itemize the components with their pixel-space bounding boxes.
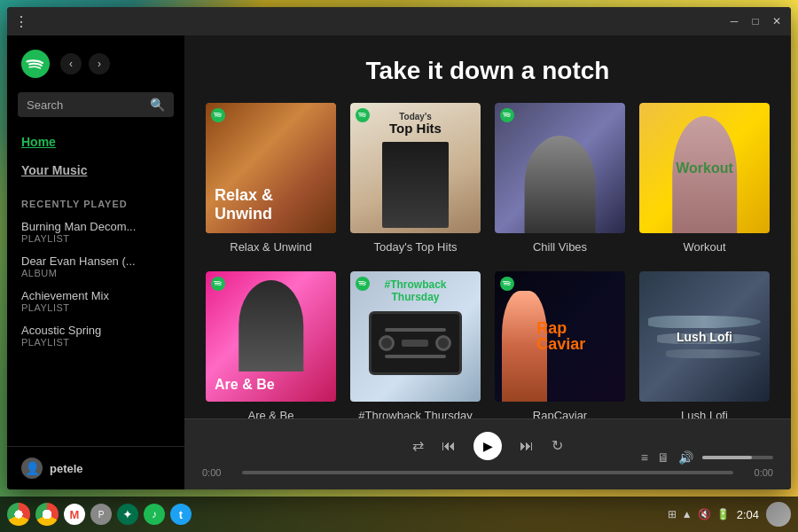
playlist-name: Dear Evan Hansen (...: [21, 254, 170, 268]
taskbar-starbucks-icon[interactable]: ✦: [117, 504, 138, 525]
card-workout[interactable]: Workout ▶ Workout: [639, 103, 770, 254]
card-relax-unwind[interactable]: Relax &Unwind ▶ Relax & Unwind: [206, 103, 336, 254]
queue-icon[interactable]: ≡: [641, 450, 648, 465]
card-image-chill: ▶: [495, 103, 625, 233]
time-current: 0:00: [202, 467, 233, 478]
username: petele: [50, 462, 83, 475]
player-bar: ⇄ ⏮ ▶ ⏭ ↻ 0:00 0:00 ≡ 🖥 🔊: [184, 419, 791, 489]
previous-button[interactable]: ⏮: [442, 438, 456, 454]
playlist-type: PLAYLIST: [21, 233, 170, 244]
card-are-be[interactable]: Are & Be ▶ Are & Be: [206, 271, 336, 419]
close-button[interactable]: ✕: [770, 14, 784, 28]
svg-point-2: [356, 108, 370, 122]
taskbar-twitter-icon[interactable]: t: [170, 504, 192, 525]
taskbar-spotify-icon[interactable]: ♪: [144, 504, 165, 525]
maximize-button[interactable]: □: [748, 14, 763, 28]
cards-grid-row1: Relax &Unwind ▶ Relax & Unwind: [184, 103, 791, 271]
play-button[interactable]: ▶: [398, 151, 434, 186]
sidebar-nav: Home Your Music: [7, 124, 184, 188]
sidebar-item-home[interactable]: Home: [7, 128, 184, 156]
playlist-name: Acoustic Spring: [21, 324, 170, 337]
sidebar-item-your-music[interactable]: Your Music: [7, 156, 184, 184]
spotify-badge-icon: [500, 108, 514, 122]
window-titlebar: ⋮ ─ □ ✕: [7, 7, 791, 35]
play-pause-button[interactable]: ▶: [473, 432, 502, 460]
search-input[interactable]: [27, 98, 143, 112]
search-box[interactable]: 🔍: [18, 92, 174, 117]
card-image-workout: Workout ▶: [639, 103, 770, 233]
spotify-badge-icon: [211, 108, 225, 122]
app-window: ⋮ ─ □ ✕ ‹ › 🔍: [7, 7, 791, 489]
user-photo-icon[interactable]: [766, 502, 791, 527]
taskbar-left: M P ✦ ♪ t: [7, 503, 192, 526]
time-total: 0:00: [742, 467, 773, 478]
card-top-hits[interactable]: Today's Top Hits ▶ Today's Top Hits: [350, 103, 481, 254]
rapcaviar-text: RapCaviar: [536, 321, 585, 351]
recently-played-list: Burning Man Decom... PLAYLIST Dear Evan …: [7, 215, 184, 446]
card-label: #Throwback Thursday: [350, 409, 481, 419]
user-avatar-icon: 👤: [21, 458, 43, 479]
card-rapcaviar[interactable]: RapCaviar ▶ RapCaviar: [495, 271, 625, 419]
list-item[interactable]: Burning Man Decom... PLAYLIST: [7, 215, 184, 249]
card-label: Workout: [639, 240, 770, 254]
next-button[interactable]: ⏭: [520, 438, 534, 454]
spotify-badge-icon: [356, 277, 370, 291]
card-throwback[interactable]: #ThrowbackThursday: [350, 271, 481, 419]
network-icon[interactable]: ⊞: [668, 508, 677, 520]
card-image-lushlofi: Lush Lofi ▶: [639, 271, 770, 402]
list-item[interactable]: Dear Evan Hansen (... ALBUM: [7, 249, 184, 284]
sidebar: ‹ › 🔍 Home Your Music RECENTLY PLAYED Bu…: [7, 35, 184, 489]
taskbar-pixelbook-icon[interactable]: P: [90, 504, 112, 525]
forward-button[interactable]: ›: [89, 53, 110, 74]
minimize-button[interactable]: ─: [727, 14, 741, 28]
svg-point-6: [500, 277, 514, 291]
taskbar: M P ✦ ♪ t ⊞ ▲ 🔇 🔋 2:04: [0, 497, 798, 532]
card-lush-lofi[interactable]: Lush Lofi ▶ Lush Lofi: [639, 271, 770, 419]
volume-icon[interactable]: 🔊: [678, 450, 693, 465]
card-label: Chill Vibes: [495, 240, 625, 254]
spotify-logo-icon: [21, 50, 50, 78]
repeat-button[interactable]: ↻: [552, 437, 563, 454]
clock: 2:04: [737, 508, 759, 521]
play-button[interactable]: ▶: [398, 319, 434, 355]
nav-arrows: ‹ ›: [60, 53, 110, 74]
back-button[interactable]: ‹: [60, 53, 82, 74]
taskbar-chrome-icon[interactable]: [35, 503, 59, 526]
devices-icon[interactable]: 🖥: [657, 450, 669, 465]
recently-played-section-title: RECENTLY PLAYED: [7, 188, 184, 215]
list-item[interactable]: Achievement Mix PLAYLIST: [7, 284, 184, 318]
playlist-name: Burning Man Decom...: [21, 220, 170, 233]
play-button[interactable]: ▶: [254, 319, 289, 355]
card-label: Are & Be: [206, 409, 336, 419]
svg-point-5: [356, 277, 370, 291]
volume-fill: [702, 456, 752, 459]
taskbar-right: ⊞ ▲ 🔇 🔋 2:04: [668, 502, 791, 527]
card-label: RapCaviar: [495, 409, 625, 419]
play-button[interactable]: ▶: [543, 151, 578, 186]
workout-text: Workout: [669, 153, 740, 184]
shuffle-button[interactable]: ⇄: [412, 437, 424, 454]
arebe-text: Are & Be: [215, 377, 275, 393]
window-menu-icon[interactable]: ⋮: [14, 13, 28, 30]
card-label: Relax & Unwind: [206, 240, 336, 254]
battery-icon[interactable]: 🔋: [716, 508, 730, 520]
playlist-type: ALBUM: [21, 268, 170, 278]
card-label: Lush Lofi: [639, 409, 770, 419]
progress-bar[interactable]: [242, 471, 733, 474]
player-right-controls: ≡ 🖥 🔊: [641, 450, 773, 465]
svg-point-4: [211, 277, 225, 291]
volume-bar[interactable]: [702, 456, 773, 459]
sidebar-user[interactable]: 👤 petele: [7, 446, 184, 489]
mute-icon[interactable]: 🔇: [698, 508, 711, 520]
page-title: Take it down a notch: [184, 35, 791, 103]
card-image-relax: Relax &Unwind ▶: [206, 103, 336, 233]
taskbar-gmail-icon[interactable]: M: [64, 504, 85, 525]
play-button[interactable]: ▶: [254, 151, 289, 186]
card-image-arebe: Are & Be ▶: [206, 271, 336, 402]
card-chill-vibes[interactable]: ▶ Chill Vibes: [495, 103, 625, 254]
card-image-tophits: Today's Top Hits ▶: [350, 103, 481, 233]
card-image-rapcaviar: RapCaviar ▶: [495, 271, 625, 402]
list-item[interactable]: Acoustic Spring PLAYLIST: [7, 318, 184, 353]
wifi-icon[interactable]: ▲: [682, 508, 692, 520]
taskbar-chromeos-icon[interactable]: [7, 503, 30, 526]
